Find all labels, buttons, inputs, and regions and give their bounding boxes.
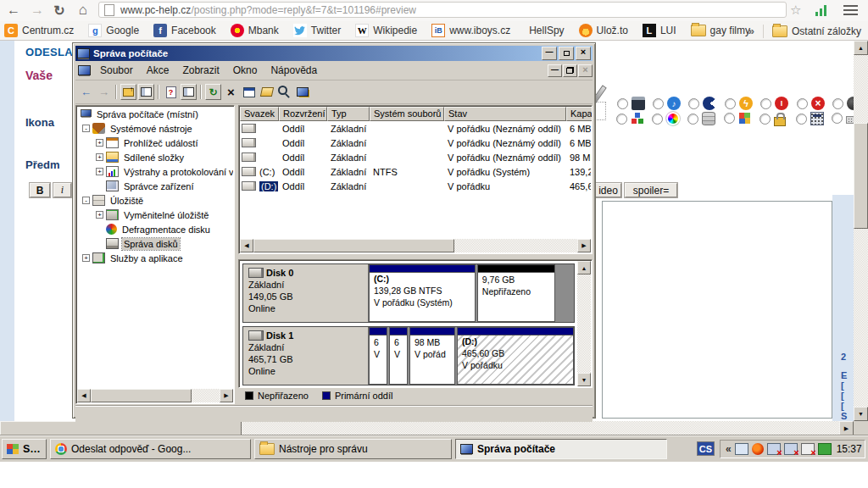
tree-horizontal-scrollbar[interactable]: ◀ ▶ (77, 389, 233, 402)
child-restore-button[interactable] (563, 64, 577, 77)
scroll-up-icon[interactable]: ▲ (854, 41, 868, 55)
scrollbar-track[interactable] (577, 274, 591, 373)
table-row[interactable]: Oddíl Základní V pořádku (Neznámý oddíl)… (240, 136, 591, 150)
tree-item-performance-logs[interactable]: +Výstrahy a protokolování vý (77, 164, 233, 179)
spoiler-button[interactable]: spoiler= (625, 183, 677, 197)
forward-icon[interactable]: → (27, 1, 47, 19)
maximize-button[interactable] (559, 47, 574, 60)
table-row[interactable]: (C:) Oddíl Základní NTFS V pořádku (Syst… (240, 164, 591, 179)
bookmark-centrum[interactable]: CCentrum.cz (4, 24, 74, 37)
collapse-icon[interactable]: - (82, 125, 90, 132)
menu-zobrazit[interactable]: Zobrazit (175, 63, 225, 78)
bookmark-star-icon[interactable]: ☆ (790, 3, 801, 18)
language-badge[interactable]: CS (697, 441, 715, 456)
post-icon-option[interactable] (796, 112, 824, 125)
radio-button[interactable] (725, 98, 736, 109)
expand-icon[interactable]: + (82, 254, 90, 262)
bookmark-hellspy[interactable]: HellSpy (525, 25, 564, 36)
scrollbar-thumb[interactable] (91, 389, 192, 402)
list-horizontal-scrollbar[interactable]: ◀ ▶ (240, 239, 591, 252)
bookmark-iboys[interactable]: iBwww.iboys.cz (431, 24, 510, 37)
other-bookmarks-label[interactable]: Ostatní záložky (792, 25, 861, 37)
tree-item-event-viewer[interactable]: +Prohlížeč událostí (77, 136, 233, 150)
partition-c[interactable]: (C:) 139,28 GB NTFS V pořádku (Systém) (369, 264, 476, 322)
post-icon-option[interactable] (688, 97, 716, 110)
tree-item-services[interactable]: +Služby a aplikace (77, 251, 233, 265)
task-computer-management[interactable]: Správa počítače (455, 439, 667, 459)
scroll-up-icon[interactable]: ▲ (577, 261, 591, 274)
reload-icon[interactable]: ↻ (49, 1, 70, 19)
back-icon[interactable] (78, 84, 94, 100)
disk-vertical-scrollbar[interactable]: ▲ ▼ (577, 261, 591, 386)
radio-button[interactable] (687, 114, 698, 125)
menu-okno[interactable]: Okno (226, 63, 264, 78)
column-system-souboru[interactable]: Systém souborů (370, 107, 444, 121)
expand-icon[interactable]: + (96, 139, 103, 147)
bookmark-ulozto[interactable]: Ulož.to (579, 24, 628, 37)
network-disconnected-icon[interactable] (784, 443, 798, 455)
table-row[interactable]: Oddíl Základní V pořádku (Neznámý oddíl)… (240, 150, 591, 164)
menu-soubor[interactable]: Soubor (93, 63, 140, 78)
task-browser[interactable]: Odeslat odpověď - Goog... (50, 439, 251, 459)
tree-item-storage[interactable]: -Úložiště (77, 193, 233, 208)
vertical-scrollbar-thumb[interactable] (854, 123, 868, 229)
tree-item-system-tools[interactable]: -Systémové nástroje (77, 121, 233, 136)
partition-98mb[interactable]: 98 MB V pořád (409, 327, 455, 385)
post-icon-option[interactable] (725, 97, 753, 110)
updater-icon[interactable] (818, 443, 832, 455)
expand-icon[interactable]: + (96, 211, 103, 219)
task-admin-tools[interactable]: Nástroje pro správu (254, 439, 452, 459)
scroll-down-icon[interactable]: ▼ (854, 407, 868, 421)
partition-unallocated[interactable]: 9,76 GB Nepřiřazeno (477, 264, 555, 322)
extension-bars-icon[interactable] (815, 5, 829, 16)
url-bar[interactable]: www.pc-help.cz/posting.php?mode=reply&f=… (98, 2, 787, 18)
tree-item-computer-management[interactable]: Správa počítače (místní) (77, 107, 233, 121)
scroll-right-icon[interactable]: ▶ (839, 421, 854, 435)
disk1-info[interactable]: Disk 1 Základní 465,71 GB Online (243, 327, 369, 385)
horizontal-scrollbar-thumb[interactable] (0, 421, 242, 435)
tree-item-shared-folders[interactable]: +Sdílené složky (77, 150, 233, 164)
scroll-right-icon[interactable]: ▶ (577, 239, 591, 252)
display-error-icon[interactable] (801, 443, 815, 455)
radio-button[interactable] (796, 114, 807, 125)
scrollbar-thumb[interactable] (253, 239, 454, 252)
post-icon-option[interactable] (760, 112, 786, 126)
expand-icon[interactable]: + (96, 168, 103, 175)
tree-item-removable-storage[interactable]: +Vyměnitelné úložiště (77, 208, 233, 222)
refresh-button[interactable] (205, 84, 221, 100)
post-icon-option[interactable] (687, 112, 715, 125)
post-icon-option[interactable] (797, 97, 825, 110)
column-kapacita[interactable]: Kapacit (566, 107, 593, 121)
table-row[interactable]: Oddíl Základní V pořádku (Neznámý oddíl)… (240, 121, 591, 136)
radio-button[interactable] (797, 98, 808, 109)
forward-icon[interactable] (96, 84, 112, 100)
scrollbar-track[interactable] (91, 389, 220, 402)
scroll-left-icon[interactable]: ◀ (77, 389, 91, 402)
expand-icon[interactable]: + (96, 153, 103, 161)
bookmark-facebook[interactable]: fFacebook (153, 24, 216, 37)
radio-button[interactable] (832, 98, 843, 109)
post-icon-option[interactable] (652, 112, 680, 125)
column-stav[interactable]: Stav (444, 107, 566, 121)
network-activity-icon[interactable] (735, 443, 748, 455)
close-button[interactable]: × (576, 47, 591, 60)
start-button[interactable]: Start (2, 439, 47, 459)
collapse-icon[interactable]: - (82, 197, 90, 204)
italic-button[interactable]: i (53, 183, 71, 197)
horizontal-scrollbar[interactable]: ▶ (0, 421, 854, 435)
video-button[interactable]: ideo (595, 183, 621, 197)
radio-button[interactable] (653, 98, 664, 109)
column-typ[interactable]: Typ (327, 107, 370, 121)
scrollbar-track[interactable] (253, 239, 577, 252)
antivirus-icon[interactable] (752, 443, 764, 455)
home-icon[interactable]: ⌂ (73, 1, 93, 19)
open-folder-icon[interactable] (259, 84, 275, 100)
back-icon[interactable]: ← (3, 1, 24, 19)
title-bar[interactable]: Správa počítače — × (75, 46, 593, 61)
message-textarea[interactable] (602, 201, 832, 419)
post-icon-option[interactable] (653, 97, 681, 110)
radio-button[interactable] (652, 114, 663, 125)
up-level-button[interactable] (120, 84, 136, 100)
radio-button[interactable] (724, 113, 735, 124)
bookmark-gay-filmy[interactable]: gay filmy (691, 25, 750, 36)
